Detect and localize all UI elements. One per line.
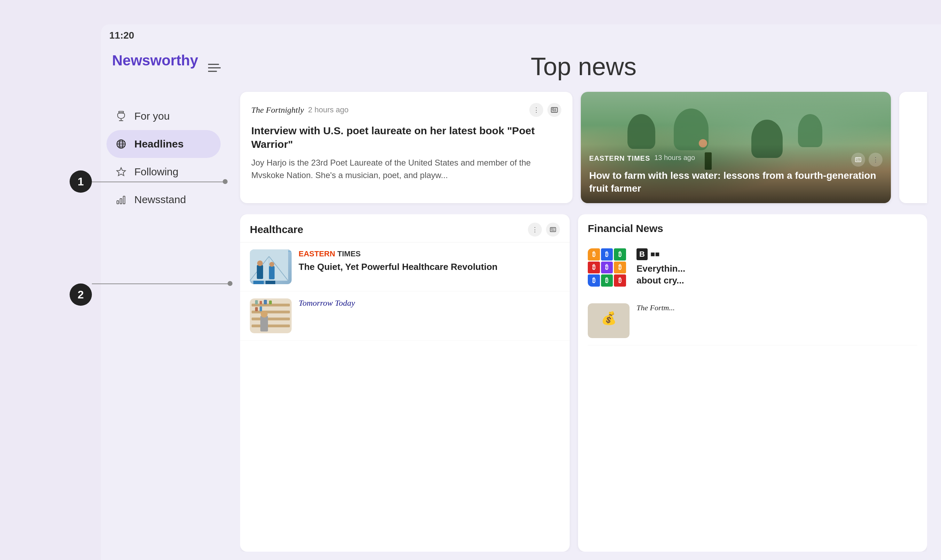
article-card-1[interactable]: The Fortnightly 2 hours ago ⋮ [240,92,573,203]
svg-rect-41 [252,318,290,320]
svg-rect-14 [123,196,125,204]
financial-header: Financial News [588,223,917,234]
partial-card-right [899,92,927,203]
svg-rect-43 [255,300,258,305]
svg-marker-11 [117,168,126,175]
times-text: TIMES [337,249,360,258]
step-badge-2: 2 [69,283,92,306]
more-options-btn-1[interactable]: ⋮ [529,103,543,117]
btc-cell-2: ₿ [601,248,613,260]
time-ago-1: 2 hours ago [308,105,348,114]
article-headline-1: Interview with U.S. poet laureate on her… [251,124,561,151]
svg-rect-36 [269,266,274,279]
btc-cell-6: ₿ [614,262,626,274]
overlay-content: EASTERN TIMES 13 hours ago [581,145,891,203]
financial-section: Financial News ₿ ₿ ₿ ₿ ₿ ₿ ₿ [578,214,927,552]
sidebar-item-for-you[interactable]: For you [106,102,221,130]
bitcoin-grid: ₿ ₿ ₿ ₿ ₿ ₿ ₿ ₿ ₿ [588,248,626,287]
healthcare-title: Healthcare [250,224,528,235]
time: 11:20 [109,30,134,41]
pub-name-1: The Fortnightly [251,105,304,115]
btc-cell-3: ₿ [614,248,626,260]
article-excerpt-1: Joy Harjo is the 23rd Poet Laureate of t… [251,157,561,182]
btc-cell-5: ₿ [601,262,613,274]
overlay-gallery-btn[interactable] [851,153,865,167]
news-thumb-2 [250,298,292,333]
svg-rect-26 [551,229,553,230]
star-icon [115,166,127,178]
news-item-content-1: EASTERN TIMES The Quiet, Yet Powerful He… [299,249,560,273]
svg-point-50 [261,311,268,318]
globe-icon [115,138,127,150]
top-news-row: The Fortnightly 2 hours ago ⋮ [240,92,927,203]
svg-rect-44 [260,301,262,305]
healthcare-more-btn[interactable]: ⋮ [528,223,542,237]
svg-rect-46 [269,300,272,305]
person-icon [115,110,127,122]
healthcare-gallery-btn[interactable] [546,223,560,237]
btc-cell-1: ₿ [588,248,600,260]
fin-pub-name-2: The Fortm... [636,303,917,312]
svg-rect-12 [117,201,119,204]
step-badge-1: 1 [69,171,92,193]
page-title: Top news [240,52,927,81]
app-container: Newsworthy [101,44,941,560]
chart-icon [115,193,127,206]
overlay-more-btn[interactable]: ⋮ [869,153,882,167]
financial-title: Financial News [588,223,663,234]
sidebar-label-newsstand: Newsstand [134,194,186,206]
overlay-headline: How to farm with less water: lessons fro… [589,169,882,195]
news-headline-1: The Quiet, Yet Powerful Healthcare Revol… [299,261,560,273]
connector-line-2 [92,283,229,284]
overlay-pub-row: EASTERN TIMES 13 hours ago [589,154,695,166]
svg-point-35 [257,260,263,266]
overlay-pub-name: EASTERN TIMES [589,154,650,162]
status-bar: 11:20 [101,25,941,44]
card-actions-1: ⋮ [529,103,561,117]
healthcare-actions: ⋮ [528,223,560,237]
btc-thumbnail: ₿ ₿ ₿ ₿ ₿ ₿ ₿ ₿ ₿ [588,248,630,287]
article-meta-1: The Fortnightly 2 hours ago ⋮ [251,103,561,117]
sidebar-item-headlines[interactable]: Headlines [106,130,221,158]
financial-news-item-2[interactable]: 💰 The Fortm... [588,296,917,345]
sidebar: Newsworthy [101,44,226,560]
app-title: Newsworthy [106,52,203,69]
bottom-row: Healthcare ⋮ [240,214,927,552]
tomorrow-today-pub: Tomorrow Today [299,298,560,308]
sidebar-label-for-you: For you [134,110,170,122]
news-item-2[interactable]: Tomorrow Today [240,291,570,340]
connector-dot-1 [223,179,228,184]
thumb-healthcare-img [250,249,292,284]
btc-cell-8: ₿ [601,274,613,287]
overlay-meta: EASTERN TIMES 13 hours ago [589,153,882,167]
fin-thumb-2: 💰 [588,303,630,338]
fin-item-text: Everythin...about cry... [636,263,917,287]
app-header: Newsworthy [106,52,221,86]
svg-text:💰: 💰 [601,311,617,326]
svg-rect-42 [252,325,290,327]
btc-cell-4: ₿ [588,262,600,274]
news-thumb-1 [250,249,292,284]
sidebar-label-headlines: Headlines [134,138,184,150]
sidebar-item-newsstand[interactable]: Newsstand [106,186,221,214]
healthcare-header: Healthcare ⋮ [240,214,570,242]
financial-news-item[interactable]: ₿ ₿ ₿ ₿ ₿ ₿ ₿ ₿ ₿ [588,242,917,294]
b-logo-row: B ■■ [636,248,917,260]
overlay-time: 13 hours ago [654,154,695,162]
gallery-btn-1[interactable] [547,103,561,117]
svg-rect-21 [856,158,858,160]
b-logo: B [636,248,648,260]
sidebar-label-following: Following [134,166,179,178]
fin-item-content-2: The Fortm... [636,303,917,312]
article-card-2[interactable]: EASTERN TIMES 13 hours ago [581,92,891,203]
eastern-times-pub: EASTERN TIMES [299,249,560,258]
connector-line-1 [92,182,224,182]
connector-dot-2 [228,281,233,286]
svg-rect-48 [260,306,262,311]
main-content: Top news The Fortnightly 2 hours ago ⋮ [226,44,941,560]
fin-pub-blocks: ■■ [650,250,660,259]
svg-rect-47 [255,307,258,311]
menu-icon[interactable] [208,63,221,75]
news-item-1[interactable]: EASTERN TIMES The Quiet, Yet Powerful He… [240,242,570,291]
healthcare-section: Healthcare ⋮ [240,214,570,552]
